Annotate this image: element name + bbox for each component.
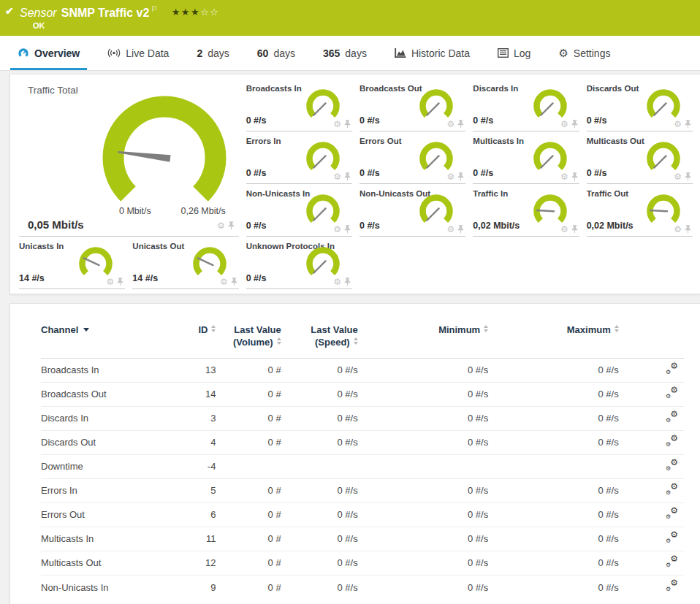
channel-settings-gears-icon[interactable]: ⚙⚙ — [666, 460, 678, 471]
gauge-value: 0,02 Mbit/s — [587, 221, 634, 231]
gear-icon[interactable]: ⚙ — [674, 172, 682, 181]
gear-icon[interactable]: ⚙ — [220, 278, 228, 286]
tab-settings[interactable]: ⚙ Settings — [551, 36, 617, 70]
gauge-cell[interactable]: Unicasts In 14 #/s ⚙ — [19, 237, 125, 289]
traffic-total-gauge-dial — [93, 95, 236, 204]
pin-icon[interactable] — [344, 120, 351, 129]
gear-icon[interactable]: ⚙ — [447, 172, 455, 181]
gear-icon[interactable]: ⚙ — [674, 225, 682, 234]
table-row: Broadcasts In 13 0 # 0 #/s 0 #/s 0 #/s ⚙… — [41, 358, 684, 382]
pin-icon[interactable] — [344, 172, 351, 181]
gear-icon[interactable]: ⚙ — [560, 225, 568, 234]
channel-name: Errors Out — [41, 502, 164, 527]
gauge-cell[interactable]: Discards Out 0 #/s ⚙ — [587, 79, 693, 131]
gauge-cell[interactable]: Unknown Protocols In 0 #/s ⚙ — [246, 237, 352, 289]
channel-settings-gears-icon[interactable]: ⚙⚙ — [666, 484, 678, 495]
gauge-cell[interactable]: Traffic In 0,02 Mbit/s ⚙ — [473, 184, 579, 237]
channel-name: Discards Out — [41, 430, 164, 454]
gauge-cell[interactable]: Traffic Out 0,02 Mbit/s ⚙ — [587, 184, 693, 237]
gauge-value: 14 #/s — [19, 273, 45, 283]
pin-icon[interactable] — [117, 278, 123, 286]
gauge-cell[interactable]: Discards In 0 #/s ⚙ — [473, 79, 579, 131]
channel-name: Discards In — [41, 406, 164, 430]
channel-id: 6 — [164, 502, 216, 527]
pin-icon[interactable] — [571, 172, 578, 181]
gauge-value: 0,02 Mbit/s — [473, 221, 520, 231]
channel-settings-gears-icon[interactable]: ⚙⚙ — [666, 532, 678, 543]
channel-name: Broadcasts Out — [41, 382, 164, 406]
channel-maximum: 0 #/s — [488, 575, 619, 599]
pin-icon[interactable] — [457, 172, 464, 181]
gauge-cell[interactable]: Non-Unicasts In 0 #/s ⚙ — [246, 184, 352, 237]
channel-minimum: 0 #/s — [358, 551, 489, 575]
pin-icon[interactable] — [457, 225, 464, 234]
channel-settings-gears-icon[interactable]: ⚙⚙ — [666, 508, 678, 519]
pin-icon[interactable] — [571, 120, 578, 129]
gear-icon[interactable]: ⚙ — [333, 172, 341, 181]
sort-icon — [354, 337, 358, 345]
traffic-total-gauge-cell[interactable]: Traffic Total 0 Mbit/s 0,26 Mbit/s 0,05 … — [19, 79, 239, 237]
gear-icon[interactable]: ⚙ — [333, 120, 341, 129]
tab-overview[interactable]: Overview — [10, 36, 87, 70]
gauge-cell[interactable]: Broadcasts In 0 #/s ⚙ — [246, 79, 352, 131]
pin-icon[interactable] — [457, 120, 464, 129]
tab-live-data[interactable]: Live Data — [100, 36, 176, 70]
tab-2-days[interactable]: 2 days — [189, 36, 236, 70]
pin-icon[interactable] — [344, 225, 351, 234]
gear-icon[interactable]: ⚙ — [107, 278, 115, 286]
channel-name: Multicasts Out — [41, 551, 164, 575]
channel-settings-gears-icon[interactable]: ⚙⚙ — [666, 364, 678, 375]
gauge-cell[interactable]: Unicasts Out 14 #/s ⚙ — [132, 237, 238, 289]
column-header-minimum[interactable]: Minimum — [358, 321, 489, 358]
tab-365-days[interactable]: 365 days — [316, 36, 374, 70]
channel-settings-gears-icon[interactable]: ⚙⚙ — [666, 581, 678, 592]
gear-icon[interactable]: ⚙ — [333, 225, 341, 234]
channel-settings-gears-icon[interactable]: ⚙⚙ — [666, 557, 678, 567]
channel-id: 9 — [164, 575, 216, 599]
gauge-cell[interactable]: Multicasts Out 0 #/s ⚙ — [587, 131, 693, 184]
pin-icon[interactable] — [228, 221, 235, 230]
pin-icon[interactable] — [685, 172, 691, 181]
pin-icon[interactable] — [344, 278, 351, 286]
column-header-channel[interactable]: Channel — [41, 321, 164, 358]
channel-id: 5 — [164, 478, 216, 502]
channel-settings-gears-icon[interactable]: ⚙⚙ — [666, 388, 678, 399]
tab-60-days[interactable]: 60 days — [250, 36, 303, 70]
column-header-last-value-volume[interactable]: Last Value (Volume) — [216, 321, 281, 358]
tab-historic-data[interactable]: Historic Data — [387, 36, 477, 70]
priority-stars[interactable]: ★★★☆☆ — [172, 7, 220, 18]
gear-icon[interactable]: ⚙ — [447, 120, 455, 129]
channel-maximum — [488, 454, 619, 478]
gear-icon[interactable]: ⚙ — [560, 172, 568, 181]
gear-icon[interactable]: ⚙ — [560, 120, 568, 129]
table-row: Errors Out 6 0 # 0 #/s 0 #/s 0 #/s ⚙⚙ — [41, 502, 684, 527]
channel-last-value-volume: 0 # — [216, 502, 281, 527]
channel-minimum — [358, 454, 489, 478]
pin-icon[interactable] — [685, 225, 691, 234]
pin-icon[interactable] — [571, 225, 578, 234]
column-header-id[interactable]: ID — [164, 321, 216, 358]
gauge-cell[interactable]: Errors Out 0 #/s ⚙ — [359, 131, 465, 184]
flag-icon[interactable]: ⚐ — [151, 4, 158, 13]
gauge-cell[interactable]: Broadcasts Out 0 #/s ⚙ — [359, 79, 465, 131]
channel-name: Multicasts In — [41, 527, 164, 551]
table-row: Downtime -4 ⚙⚙ — [41, 454, 684, 478]
pin-icon[interactable] — [231, 278, 237, 286]
pin-icon[interactable] — [685, 120, 691, 129]
gauge-cell[interactable]: Non-Unicasts Out 0 #/s ⚙ — [359, 184, 465, 237]
channels-table: Channel ID Last Value (Volume) Last Valu… — [41, 321, 684, 599]
column-header-last-value-speed[interactable]: Last Value (Speed) — [281, 321, 358, 358]
tab-log[interactable]: Log — [490, 36, 538, 70]
gear-icon[interactable]: ⚙ — [333, 278, 341, 286]
gauge-cell[interactable]: Errors In 0 #/s ⚙ — [246, 131, 352, 184]
gauge-cell[interactable]: Multicasts In 0 #/s ⚙ — [473, 131, 579, 184]
gear-icon[interactable]: ⚙ — [674, 120, 682, 129]
channel-last-value-speed: 0 #/s — [281, 551, 358, 575]
channel-settings-gears-icon[interactable]: ⚙⚙ — [666, 436, 678, 447]
column-header-maximum[interactable]: Maximum — [488, 321, 619, 358]
gear-icon[interactable]: ⚙ — [447, 225, 455, 234]
table-row: Broadcasts Out 14 0 # 0 #/s 0 #/s 0 #/s … — [41, 382, 684, 406]
gear-icon[interactable]: ⚙ — [217, 221, 225, 230]
gauge-value: 0 #/s — [246, 273, 267, 283]
channel-settings-gears-icon[interactable]: ⚙⚙ — [666, 412, 678, 423]
